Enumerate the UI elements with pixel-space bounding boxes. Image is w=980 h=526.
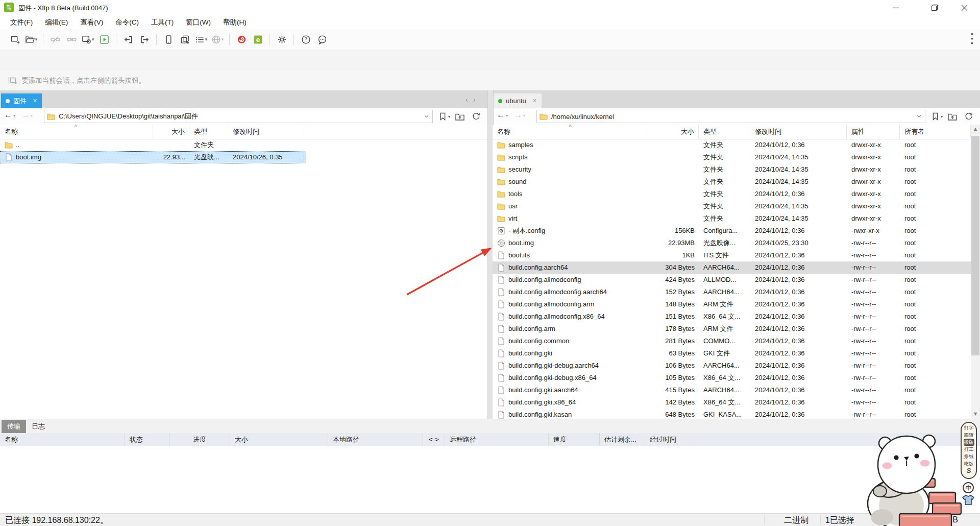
file-row[interactable]: build.config.allmodconfig424 BytesALLMOD… <box>493 274 971 286</box>
file-row[interactable]: build.config.allmodconfig.x86_64151 Byte… <box>493 310 971 323</box>
file-row[interactable]: sound文件夹2024/10/24, 14:35drwxr-xr-xroot <box>493 176 971 188</box>
file-row[interactable]: build.config.arm178 BytesARM 文件2024/10/1… <box>493 323 971 335</box>
feedback-button[interactable] <box>314 32 330 46</box>
forward-icon[interactable]: → <box>21 110 30 119</box>
file-row[interactable]: boot.img22.93...光盘映...2024/10/26, 0:35 <box>0 151 306 163</box>
menu-item[interactable]: 工具(T) <box>146 16 179 29</box>
file-row[interactable]: build.config.gki-debug.aarch64106 BytesA… <box>493 360 971 372</box>
menu-item[interactable]: 编辑(E) <box>40 16 73 29</box>
bookmark-dropdown-icon[interactable]: ▾ <box>941 114 943 119</box>
tab-close-icon[interactable]: ✕ <box>33 98 37 104</box>
column-header-size[interactable]: 大小 <box>153 125 189 138</box>
menu-item[interactable]: 窗口(W) <box>181 16 216 29</box>
transfer-column-header[interactable]: 速度 <box>549 433 600 446</box>
transfer-column-header[interactable]: 状态 <box>125 433 169 446</box>
file-row[interactable]: build.config.common281 BytesCOMMO...2024… <box>493 335 971 347</box>
transfer-tab-transfer[interactable]: 传输 <box>2 420 26 433</box>
file-row[interactable]: virt文件夹2024/10/24, 14:35drwxr-xr-xroot <box>493 212 971 225</box>
back-dropdown-icon[interactable]: ▾ <box>506 113 508 118</box>
transfer-tab-log[interactable]: 日志 <box>26 420 51 433</box>
bookmark-icon[interactable] <box>437 111 448 122</box>
dropdown-caret-icon[interactable]: ▾ <box>92 37 94 42</box>
more-vertical-icon[interactable]: ▪▪▪ <box>971 32 973 45</box>
back-icon[interactable]: ← <box>497 110 505 119</box>
menu-item[interactable]: 命令(C) <box>110 16 144 29</box>
web-button[interactable]: ▾ <box>210 32 225 46</box>
path-input[interactable]: C:\Users\QINGJUE\Desktop\git\taishanpai\… <box>44 110 433 123</box>
file-row[interactable]: security文件夹2024/10/24, 14:35drwxr-xr-xro… <box>493 163 971 176</box>
refresh-icon[interactable] <box>471 111 482 122</box>
file-row[interactable]: build.config.gki.x86_64142 BytesX86_64 文… <box>493 396 971 409</box>
xftp-button[interactable]: e <box>250 32 265 46</box>
file-row[interactable]: boot.img22.93MB光盘映像...2024/10/25, 23:30-… <box>493 237 971 249</box>
tab-ubuntu[interactable]: ubuntu ✕ <box>494 93 542 108</box>
dropdown-caret-icon[interactable]: ▾ <box>35 37 38 42</box>
folder-up-icon[interactable] <box>454 111 465 122</box>
transfer-column-header[interactable]: 大小 <box>230 433 328 446</box>
scroll-up-icon[interactable]: ▲ <box>971 125 980 134</box>
back-dropdown-icon[interactable]: ▾ <box>13 113 15 118</box>
refresh-icon[interactable] <box>963 111 974 122</box>
transfer-column-header[interactable]: 本地路径 <box>328 433 423 446</box>
menu-item[interactable]: 帮助(H) <box>218 16 252 29</box>
transfer-column-header[interactable]: 进度 <box>169 433 230 446</box>
session-properties-button[interactable]: ▾ <box>80 32 95 46</box>
dropdown-caret-icon[interactable]: ▾ <box>205 37 208 42</box>
column-header-owner[interactable]: 所有者 <box>900 125 971 138</box>
path-input[interactable]: /home/xu/linux/kernel <box>536 110 925 123</box>
minimize-button[interactable] <box>884 0 908 15</box>
file-row[interactable]: scripts文件夹2024/10/24, 14:35drwxr-xr-xroo… <box>493 151 971 163</box>
transfer-column-header[interactable]: <-> <box>423 433 445 446</box>
file-row[interactable]: tools文件夹2024/10/12, 0:36drwxr-xr-xroot <box>493 188 971 200</box>
file-row[interactable]: - 副本.config156KBConfigura...2024/10/12, … <box>493 225 971 237</box>
scroll-down-icon[interactable]: ▼ <box>971 410 980 419</box>
transfer-column-header[interactable]: 名称 <box>0 433 125 446</box>
column-header-size[interactable]: 大小 <box>649 125 699 138</box>
forward-dropdown-icon[interactable]: ▾ <box>31 113 33 118</box>
xshell-button[interactable] <box>234 32 249 46</box>
dropdown-caret-icon[interactable]: ▾ <box>222 37 224 42</box>
transfer-column-header[interactable]: 估计剩余... <box>600 433 645 446</box>
tab-close-icon[interactable]: ✕ <box>532 98 537 104</box>
reconnect-button[interactable] <box>64 32 79 46</box>
column-header-date[interactable]: 修改时间 <box>750 125 847 138</box>
tab-scroll-arrows[interactable]: ‹› <box>465 95 480 104</box>
path-dropdown-icon[interactable] <box>424 115 428 119</box>
file-row[interactable]: samples文件夹2024/10/12, 0:36drwxr-xr-xroot <box>493 139 971 151</box>
close-button[interactable] <box>952 0 976 15</box>
device-button[interactable] <box>161 32 176 46</box>
bookmark-icon[interactable] <box>929 111 941 122</box>
menu-item[interactable]: 查看(V) <box>75 16 108 29</box>
file-row[interactable]: build.config.aarch64304 BytesAARCH64...2… <box>493 261 971 274</box>
forward-icon[interactable]: → <box>514 110 522 119</box>
maximize-button[interactable] <box>923 0 946 15</box>
path-dropdown-icon[interactable] <box>917 115 921 119</box>
file-row[interactable]: build.config.allmodconfig.aarch64152 Byt… <box>493 286 971 298</box>
clone-session-button[interactable] <box>177 32 192 46</box>
view-button[interactable]: ▾ <box>193 32 209 46</box>
forward-dropdown-icon[interactable]: ▾ <box>523 113 525 118</box>
file-row[interactable]: build.config.gki63 BytesGKI 文件2024/10/12… <box>493 347 971 360</box>
vertical-scrollbar[interactable]: ▲ ▼ <box>971 125 980 419</box>
column-header-type[interactable]: 类型 <box>189 125 228 138</box>
column-header-perm[interactable]: 属性 <box>847 125 900 138</box>
file-row[interactable]: build.config.gki.aarch64415 BytesAARCH64… <box>493 384 971 396</box>
column-header-type[interactable]: 类型 <box>699 125 750 138</box>
file-row[interactable]: ..文件夹 <box>0 139 487 151</box>
file-row[interactable]: build.config.gki.kasan648 BytesGKI_KASA.… <box>493 409 971 419</box>
bookmark-dropdown-icon[interactable]: ▾ <box>448 114 450 119</box>
new-session-button[interactable] <box>7 32 22 46</box>
open-session-button[interactable]: ▾ <box>23 32 39 46</box>
file-row[interactable]: build.config.gki-debug.x86_64105 BytesX8… <box>493 372 971 384</box>
column-header-date[interactable]: 修改时间 <box>228 125 306 138</box>
back-icon[interactable]: ← <box>4 110 12 119</box>
transfer-to-local-button[interactable] <box>120 32 136 46</box>
menu-item[interactable]: 文件(F) <box>5 16 38 29</box>
folder-up-icon[interactable] <box>947 111 958 122</box>
file-row[interactable]: boot.its1KBITS 文件2024/10/12, 0:36-rw-r--… <box>493 249 971 261</box>
scrollbar-thumb[interactable] <box>971 136 979 355</box>
help-button[interactable]: ? <box>298 32 313 46</box>
file-row[interactable]: usr文件夹2024/10/24, 14:35drwxr-xr-xroot <box>493 200 971 212</box>
disconnect-button[interactable] <box>47 32 63 46</box>
tab-firmware[interactable]: 固件 ✕ <box>1 93 42 108</box>
